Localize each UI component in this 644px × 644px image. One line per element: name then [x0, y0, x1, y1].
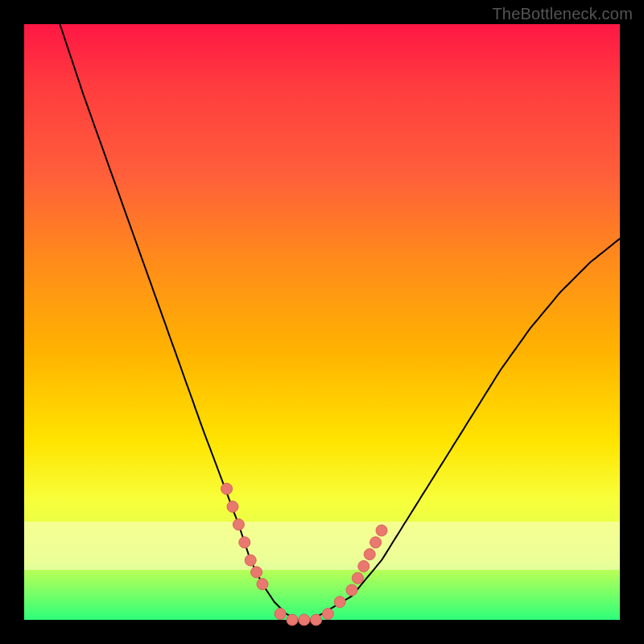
data-marker — [239, 537, 250, 548]
plot-area — [24, 24, 620, 620]
data-marker — [370, 537, 382, 548]
data-marker — [287, 614, 298, 625]
data-marker — [245, 555, 256, 566]
watermark-text: TheBottleneck.com — [492, 5, 633, 23]
data-marker — [346, 584, 357, 596]
data-marker — [275, 609, 286, 620]
data-marker — [227, 501, 238, 512]
marker-group — [221, 483, 387, 625]
data-marker — [358, 560, 369, 572]
data-marker — [334, 597, 345, 608]
chart-stage: TheBottleneck.com — [0, 0, 644, 644]
data-marker — [251, 567, 262, 578]
data-marker — [376, 525, 387, 536]
data-marker — [257, 579, 268, 590]
data-marker — [311, 614, 322, 625]
bottleneck-curve — [60, 24, 620, 620]
data-marker — [322, 609, 333, 620]
data-marker — [221, 483, 233, 494]
data-marker — [299, 614, 310, 625]
curve-layer — [24, 24, 620, 620]
data-marker — [364, 549, 375, 560]
data-marker — [352, 572, 363, 584]
data-marker — [233, 519, 244, 530]
